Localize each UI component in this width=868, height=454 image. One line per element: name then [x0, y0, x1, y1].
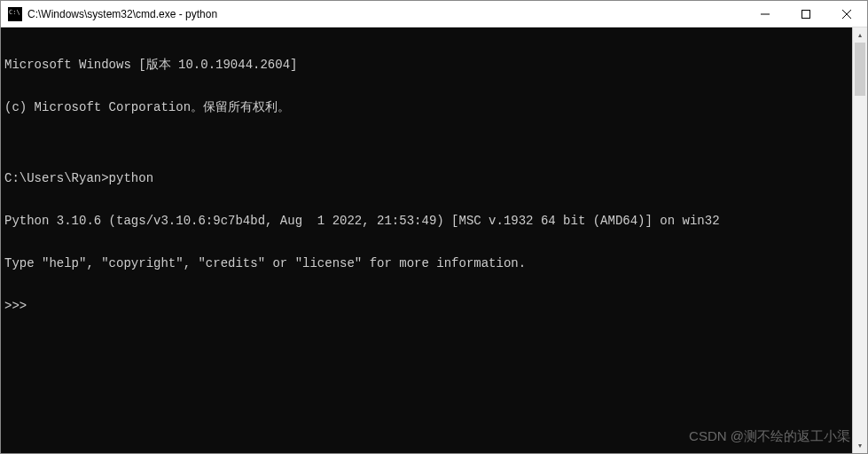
minimize-button[interactable] [745, 1, 786, 27]
close-icon [842, 10, 851, 19]
maximize-button[interactable] [786, 1, 826, 27]
terminal-line: Microsoft Windows [版本 10.0.19044.2604] [4, 58, 848, 72]
scroll-thumb[interactable] [855, 43, 865, 96]
terminal-line: Python 3.10.6 (tags/v3.10.6:9c7b4bd, Aug… [4, 214, 848, 228]
window-title: C:\Windows\system32\cmd.exe - python [27, 8, 745, 20]
terminal-area: Microsoft Windows [版本 10.0.19044.2604] (… [1, 27, 867, 453]
terminal-line: C:\Users\Ryan>python [4, 171, 848, 185]
terminal-content[interactable]: Microsoft Windows [版本 10.0.19044.2604] (… [1, 27, 852, 453]
close-button[interactable] [826, 1, 867, 27]
minimize-icon [761, 10, 770, 19]
svg-rect-1 [802, 10, 810, 18]
scroll-track[interactable] [853, 43, 867, 438]
titlebar[interactable]: C:\Windows\system32\cmd.exe - python [1, 1, 867, 27]
cmd-icon [8, 7, 22, 21]
cmd-window: C:\Windows\system32\cmd.exe - python Mic… [0, 0, 868, 454]
maximize-icon [802, 10, 810, 19]
terminal-line: Type "help", "copyright", "credits" or "… [4, 256, 848, 270]
scroll-up-arrow[interactable]: ▴ [853, 27, 867, 43]
scroll-down-arrow[interactable]: ▾ [853, 438, 867, 453]
window-controls [745, 1, 867, 27]
vertical-scrollbar[interactable]: ▴ ▾ [852, 27, 867, 453]
terminal-line: >>> [4, 299, 848, 313]
terminal-line: (c) Microsoft Corporation。保留所有权利。 [4, 100, 848, 114]
